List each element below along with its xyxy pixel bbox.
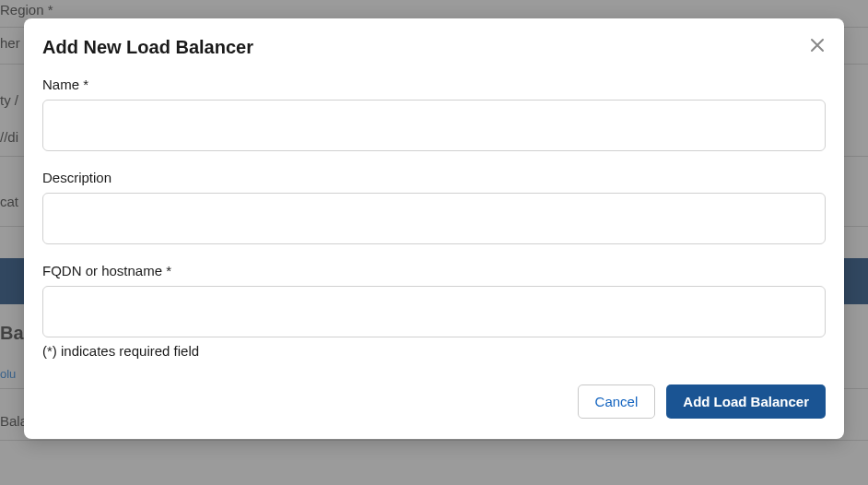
modal-footer: Cancel Add Load Balancer (24, 368, 844, 439)
description-input[interactable] (42, 193, 826, 244)
name-label: Name * (42, 77, 826, 92)
description-field-group: Description (42, 170, 826, 244)
cancel-button[interactable]: Cancel (578, 384, 656, 419)
description-label: Description (42, 170, 826, 185)
close-icon[interactable] (809, 37, 826, 53)
name-input[interactable] (42, 100, 826, 151)
add-load-balancer-modal: Add New Load Balancer Name * Description… (24, 18, 844, 439)
fqdn-input[interactable] (42, 286, 826, 337)
add-load-balancer-button[interactable]: Add Load Balancer (666, 384, 826, 419)
modal-body: Name * Description FQDN or hostname * (*… (24, 67, 844, 368)
modal-title: Add New Load Balancer (42, 37, 253, 58)
fqdn-label: FQDN or hostname * (42, 263, 826, 278)
fqdn-field-group: FQDN or hostname * (42, 263, 826, 337)
required-field-note: (*) indicates required field (42, 343, 826, 359)
name-field-group: Name * (42, 77, 826, 151)
modal-header: Add New Load Balancer (24, 18, 844, 67)
